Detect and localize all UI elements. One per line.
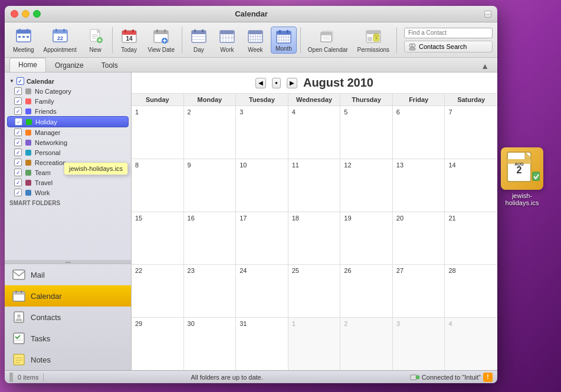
day-number: 20 — [396, 215, 403, 222]
calendar-item-work[interactable]: Work — [5, 187, 131, 197]
svg-rect-58 — [287, 30, 288, 33]
work-sidebar-checkbox[interactable] — [14, 189, 22, 196]
today-nav-button[interactable]: ● — [272, 78, 281, 88]
calendar-day-aug18[interactable]: 18 — [288, 212, 341, 265]
holiday-dot — [26, 119, 32, 125]
calendar-item-personal[interactable]: Personal — [5, 147, 131, 157]
svg-rect-73 — [366, 31, 380, 34]
calendar-day-aug23[interactable]: 23 — [184, 265, 237, 317]
status-resize-icon — [9, 373, 13, 382]
calendar-day-aug10[interactable]: 10 — [236, 159, 288, 212]
calendar-day-aug8[interactable]: 8 — [132, 159, 184, 212]
calendar-month-title: August 2010 — [303, 76, 373, 90]
prev-month-button[interactable]: ◀ — [255, 78, 266, 88]
recreation-checkbox[interactable] — [14, 159, 22, 166]
calendar-item-manager[interactable]: Manager — [5, 127, 131, 137]
calendar-item-friends[interactable]: Friends — [5, 106, 131, 116]
calendar-day-aug30[interactable]: 30 — [184, 318, 237, 370]
day-number: 14 — [448, 162, 455, 169]
calendar-day-aug9[interactable]: 9 — [184, 159, 237, 212]
day-number: 4 — [448, 320, 452, 327]
nav-item-tasks[interactable]: Tasks — [5, 328, 131, 349]
new-button[interactable]: New — [83, 25, 109, 55]
next-month-button[interactable]: ▶ — [287, 78, 297, 88]
calendar-day-aug11[interactable]: 11 — [288, 159, 341, 212]
nav-item-mail[interactable]: Mail — [5, 264, 131, 285]
nav-item-calendar[interactable]: Calendar — [5, 285, 131, 307]
day-number: 2 — [188, 108, 191, 116]
calendar-day-aug16[interactable]: 16 — [184, 212, 237, 265]
tab-tools[interactable]: Tools — [93, 58, 127, 72]
calendar-day-sep3[interactable]: 3 — [393, 318, 445, 370]
week-button[interactable]: Week — [242, 25, 268, 55]
calendar-day-aug5[interactable]: 5 — [340, 106, 393, 159]
team-checkbox[interactable] — [14, 169, 22, 176]
holiday-checkbox[interactable] — [15, 118, 22, 126]
calendar-group-header[interactable]: ▼ ✓ Calendar — [5, 76, 131, 86]
calendar-day-aug14[interactable]: 14 — [445, 159, 497, 212]
calendar-day-aug15[interactable]: 15 — [132, 212, 184, 265]
today-button[interactable]: 14 Today — [116, 25, 142, 55]
calendar-day-aug25[interactable]: 25 — [288, 265, 341, 317]
day-number: 29 — [135, 320, 142, 327]
maximize-button[interactable] — [33, 10, 41, 18]
calendar-day-aug2[interactable]: 2 — [184, 106, 237, 159]
personal-checkbox[interactable] — [14, 149, 22, 156]
calendar-item-holiday[interactable]: Holiday — [7, 116, 129, 127]
month-button[interactable]: Month — [271, 27, 297, 54]
work-view-button[interactable]: Work — [214, 25, 240, 55]
calendar-day-aug6[interactable]: 6 — [393, 106, 445, 159]
svg-rect-57 — [279, 30, 281, 33]
day-icon — [189, 27, 208, 45]
nav-item-notes[interactable]: Notes — [5, 349, 131, 370]
calendar-item-networking[interactable]: Networking — [5, 137, 131, 147]
networking-checkbox[interactable] — [14, 139, 22, 146]
day-header-friday: Friday — [393, 94, 445, 106]
calendar-day-sep4[interactable]: 4 — [445, 318, 497, 370]
calendar-day-sep1[interactable]: 1 — [288, 318, 341, 370]
meeting-button[interactable]: Meeting — [9, 25, 38, 55]
calendar-day-aug21[interactable]: 21 — [445, 212, 497, 265]
calendar-day-aug27[interactable]: 27 — [393, 265, 445, 317]
travel-checkbox[interactable] — [14, 179, 22, 186]
permissions-button[interactable]: Permissions — [354, 25, 393, 55]
calendar-day-aug31[interactable]: 31 — [236, 318, 288, 370]
calendar-checkbox[interactable]: ✓ — [17, 77, 24, 85]
ribbon-expand-button[interactable]: ▲ — [477, 60, 493, 72]
calendar-day-sep2[interactable]: 2 — [340, 318, 393, 370]
nav-item-contacts[interactable]: Contacts — [5, 307, 131, 328]
minimize-button[interactable] — [22, 10, 29, 18]
calendar-day-aug3[interactable]: 3 — [236, 106, 288, 159]
contacts-search-button[interactable]: Contacts Search — [404, 41, 493, 52]
calendar-day-aug13[interactable]: 13 — [393, 159, 445, 212]
view-date-button[interactable]: View Date — [145, 25, 178, 55]
calendar-item-no-category[interactable]: No Category — [5, 86, 131, 96]
calendar-day-aug22[interactable]: 22 — [132, 265, 184, 317]
desktop-file-icon[interactable]: AUG 2 jewish-holidays.ics — [501, 147, 543, 206]
calendar-day-aug20[interactable]: 20 — [393, 212, 445, 265]
calendar-day-aug12[interactable]: 12 — [340, 159, 393, 212]
no-category-checkbox[interactable] — [14, 87, 22, 95]
calendar-day-aug7[interactable]: 7 — [445, 106, 497, 159]
calendar-day-aug29[interactable]: 29 — [132, 318, 184, 370]
tab-home[interactable]: Home — [9, 58, 46, 72]
calendar-day-aug26[interactable]: 26 — [340, 265, 393, 317]
calendar-day-aug28[interactable]: 28 — [445, 265, 497, 317]
calendar-item-travel[interactable]: Travel — [5, 177, 131, 187]
calendar-day-aug4[interactable]: 4 — [288, 106, 341, 159]
day-number: 31 — [240, 320, 247, 327]
calendar-day-aug19[interactable]: 19 — [340, 212, 393, 265]
appointment-button[interactable]: 22 Appointment — [40, 25, 80, 55]
calendar-day-aug17[interactable]: 17 — [236, 212, 288, 265]
friends-checkbox[interactable] — [14, 107, 22, 115]
find-contact-input[interactable] — [404, 28, 493, 38]
tab-organize[interactable]: Organize — [46, 58, 93, 72]
calendar-day-aug1[interactable]: 1 — [132, 106, 184, 159]
calendar-item-family[interactable]: Family — [5, 96, 131, 106]
close-button[interactable] — [11, 10, 18, 18]
day-button[interactable]: Day — [186, 25, 212, 55]
open-calendar-button[interactable]: Open Calendar — [304, 25, 352, 55]
family-checkbox[interactable] — [14, 97, 22, 105]
manager-checkbox[interactable] — [14, 129, 22, 136]
calendar-day-aug24[interactable]: 24 — [236, 265, 288, 317]
